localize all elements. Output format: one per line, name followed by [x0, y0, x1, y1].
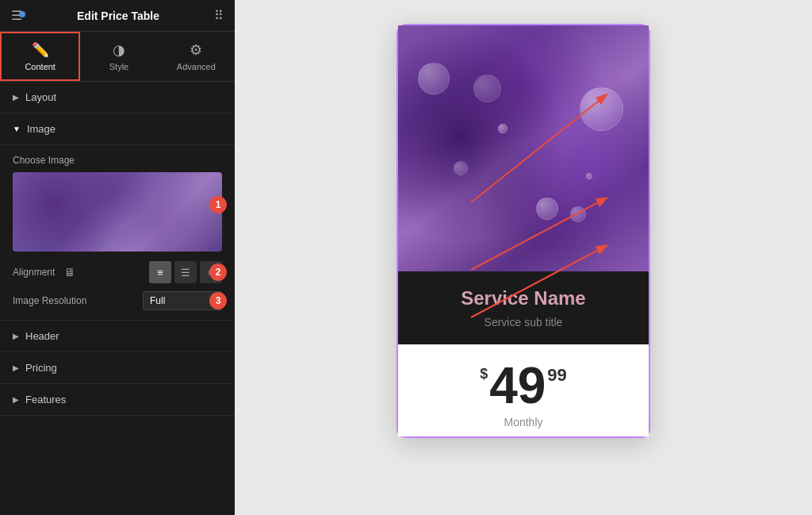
logo-dot — [19, 11, 25, 17]
card-image — [398, 25, 649, 271]
align-left-button[interactable]: ≡ — [149, 261, 171, 283]
style-icon: ◑ — [113, 41, 125, 59]
tabs-row: ✏️ Content ◑ Style ⚙ Advanced — [0, 32, 235, 82]
service-name: Service Name — [411, 287, 636, 309]
pricing-label: Pricing — [25, 362, 57, 374]
section-layout[interactable]: ▶ Layout — [0, 82, 235, 113]
price-cents: 99 — [547, 367, 566, 384]
alignment-label: Alignment — [13, 267, 55, 278]
advanced-icon: ⚙ — [190, 41, 202, 59]
badge-3: 3 — [209, 292, 227, 309]
price-row: $ 49 99 — [411, 360, 636, 411]
sidebar-content: ▶ Layout ▼ Image Choose Image 1 Alignmen… — [0, 82, 235, 515]
image-label: Image — [27, 123, 56, 135]
tab-content-label: Content — [25, 62, 56, 71]
choose-image-label: Choose Image — [13, 155, 222, 166]
features-arrow: ▶ — [13, 395, 19, 404]
resolution-label: Image Resolution — [13, 295, 86, 306]
sidebar-header: ☰ Edit Price Table ⠿ — [0, 0, 235, 32]
image-section-body: Choose Image 1 Alignment 🖥 ≡ ☰ ≡ — [0, 145, 235, 321]
sidebar: ☰ Edit Price Table ⠿ ✏️ Content ◑ Style … — [0, 0, 235, 515]
section-image[interactable]: ▼ Image — [0, 113, 235, 145]
price-currency: $ — [480, 367, 488, 381]
tab-style-label: Style — [109, 62, 128, 71]
tab-advanced[interactable]: ⚙ Advanced — [158, 32, 235, 81]
tab-style[interactable]: ◑ Style — [80, 32, 157, 81]
layout-arrow: ▶ — [13, 93, 19, 102]
monitor-icon: 🖥 — [64, 266, 75, 279]
pricing-arrow: ▶ — [13, 363, 19, 372]
price-amount: 49 — [489, 360, 546, 411]
resolution-row: Image Resolution Full Large Medium Thumb… — [13, 291, 222, 310]
badge-1: 1 — [209, 196, 227, 213]
content-icon: ✏️ — [32, 41, 49, 59]
service-subtitle: Service sub title — [411, 316, 636, 329]
layout-label: Layout — [25, 91, 56, 103]
section-header-item[interactable]: ▶ Header — [0, 321, 235, 352]
price-period: Monthly — [411, 416, 636, 429]
tab-advanced-label: Advanced — [177, 62, 216, 71]
alignment-row: Alignment 🖥 ≡ ☰ ≡ 2 — [13, 261, 222, 283]
section-features[interactable]: ▶ Features — [0, 384, 235, 416]
section-pricing[interactable]: ▶ Pricing — [0, 352, 235, 384]
image-preview[interactable] — [13, 172, 222, 252]
main-content: Service Name Service sub title $ 49 99 M… — [235, 0, 812, 515]
tab-content[interactable]: ✏️ Content — [0, 32, 80, 81]
card-pricing: $ 49 99 Monthly — [398, 344, 649, 436]
sidebar-title: Edit Price Table — [77, 10, 159, 22]
header-arrow: ▶ — [13, 332, 19, 340]
badge-2: 2 — [209, 263, 227, 281]
image-arrow: ▼ — [13, 125, 21, 133]
price-card: Service Name Service sub title $ 49 99 M… — [396, 24, 650, 438]
align-center-button[interactable]: ☰ — [174, 261, 197, 283]
grid-icon[interactable]: ⠿ — [214, 8, 224, 23]
header-section-label: Header — [25, 330, 59, 342]
card-info: Service Name Service sub title — [398, 271, 649, 344]
features-label: Features — [25, 394, 66, 405]
